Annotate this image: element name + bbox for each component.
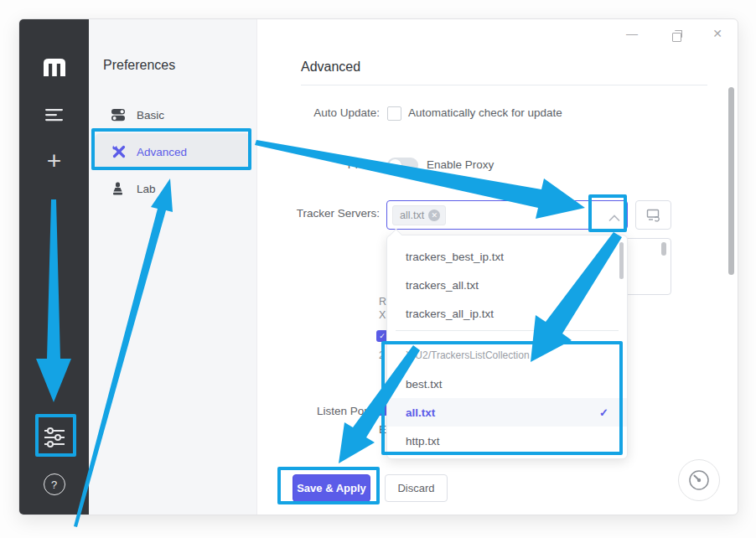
sync-icon [646,209,661,222]
toggles-icon [111,108,127,122]
hidden-text-fragment: R [379,296,386,308]
annotation-box-chevron [588,194,627,232]
annotation-box-save [277,467,380,504]
proxy-label: Proxy: [271,158,380,171]
dropdown-divider [396,330,619,331]
sidebar-item-lab[interactable]: Lab [95,170,251,207]
restore-button[interactable] [665,26,687,48]
speed-limit-button[interactable] [678,459,720,501]
gauge-icon [686,468,712,493]
auto-update-checkbox-label[interactable]: Automatically check for update [408,106,562,119]
plus-glyph: + [47,148,62,173]
dropdown-option[interactable]: trackers_best_ip.txt [387,242,627,271]
close-button[interactable]: ✕ [707,23,728,44]
tracker-servers-label: Tracker Servers: [271,207,380,220]
preferences-panel: Preferences Basic [89,19,257,515]
screenshot-stage: + ? Preferences [0,0,756,538]
restore-icon [672,33,681,42]
textarea-scrollbar[interactable] [661,242,666,256]
app-window: + ? Preferences [18,18,738,515]
proxy-toggle[interactable] [387,158,418,173]
annotation-box-settings-icon [35,414,76,457]
sidebar-item-label: Basic [137,109,164,122]
add-task-icon[interactable]: + [19,148,89,173]
discard-button[interactable]: Discard [385,474,448,502]
question-icon: ? [51,479,57,491]
minimize-button[interactable]: — [621,23,643,44]
task-list-icon[interactable] [19,108,89,122]
annotation-box-advanced [91,128,251,170]
dropdown-scrollbar[interactable] [619,242,624,279]
main-scrollbar[interactable] [728,87,734,275]
auto-update-label: Auto Update: [271,106,380,119]
page-title: Advanced [301,59,360,75]
sidebar-item-label: Lab [137,183,156,195]
listen-ports-label: Listen Ports: [271,405,380,417]
tag-close-icon[interactable]: ✕ [428,210,440,221]
selected-tracker-tag: all.txt ✕ [392,205,446,225]
sync-trackers-button[interactable] [635,200,671,230]
help-button[interactable]: ? [19,473,89,495]
minimize-icon: — [626,27,638,40]
close-icon: ✕ [712,27,722,40]
motrix-logo-icon [19,58,89,76]
title-divider [301,85,707,85]
tag-label: all.txt [400,210,424,221]
hidden-text-fragment: X [379,309,386,321]
toggle-knob [389,159,401,172]
dropdown-option[interactable]: trackers_all_ip.txt [387,299,627,328]
dropdown-option[interactable]: trackers_all.txt [387,271,627,299]
proxy-toggle-label: Enable Proxy [427,158,494,171]
lab-icon [111,182,127,195]
annotation-box-dropdown-group [381,341,623,455]
auto-update-checkbox[interactable] [387,106,401,121]
preferences-title: Preferences [103,58,175,73]
